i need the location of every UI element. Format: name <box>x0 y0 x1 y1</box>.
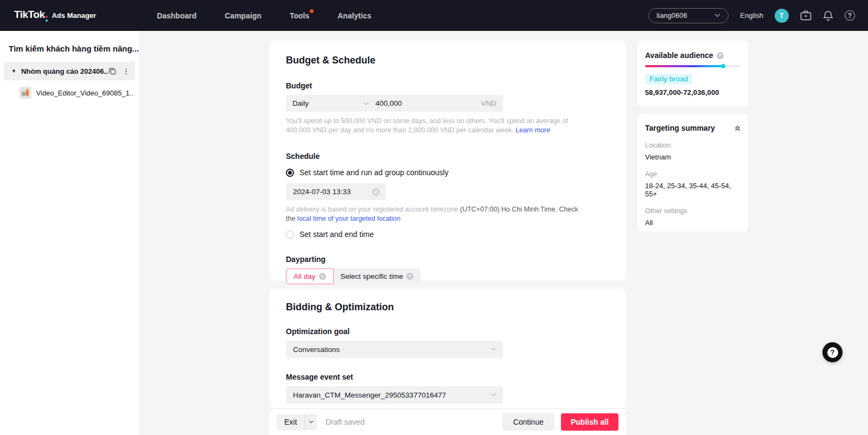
budget-helper-text: You'll spend up to 500,000 VND on some d… <box>286 117 590 135</box>
audience-meter-fill <box>645 65 723 67</box>
notifications-bell-icon[interactable] <box>823 10 833 21</box>
tz-helper-dark: (UTC+07:00) Ho Chi Minh Time. <box>460 206 557 213</box>
radio-continuous[interactable]: Set start time and run ad group continuo… <box>286 168 609 177</box>
question-icon[interactable]: ? <box>717 52 724 59</box>
main-nav: Dashboard Campaign Tools Analytics <box>157 11 371 20</box>
left-sidebar: Tìm kiếm khách hàng tiềm năng... ▼ Nhóm … <box>0 31 139 435</box>
help-fab-button[interactable]: ? <box>822 342 843 362</box>
tab-specific-label: Select specific time <box>341 272 404 280</box>
business-center-icon[interactable] <box>800 10 812 21</box>
draft-status: Draft saved <box>326 418 502 426</box>
question-icon: ? <box>319 273 326 280</box>
message-event-set-value: Haravan_CTM_Messenger_295053377016477 <box>293 391 446 399</box>
optimization-goal-value: Conversations <box>293 346 340 354</box>
nav-dashboard[interactable]: Dashboard <box>157 11 196 20</box>
account-name: liang0606 <box>656 11 687 20</box>
radio-start-end-label: Set start and end time <box>299 230 374 239</box>
learn-more-link[interactable]: Learn more <box>515 126 550 134</box>
top-navbar: TikTok Ads Manager Dashboard Campaign To… <box>0 0 868 31</box>
audience-size-badge: Fairly broad <box>645 74 692 85</box>
dayparting-label: Dayparting <box>286 255 609 264</box>
avatar[interactable]: T <box>775 9 789 23</box>
tz-helper-1: Ad delivery is based on your registered … <box>286 206 460 213</box>
location-label: Location <box>645 142 741 149</box>
nav-tools[interactable]: Tools <box>290 11 309 20</box>
exit-split-button: Exit <box>277 414 317 430</box>
message-event-set-label: Message event set <box>286 373 609 381</box>
audience-range: 58,937,000-72,036,000 <box>645 88 741 97</box>
collapse-icon[interactable] <box>735 125 741 131</box>
radio-continuous-label: Set start time and run ad group continuo… <box>299 168 449 177</box>
notification-dot <box>310 9 314 13</box>
budget-schedule-card: Budget & Schedule Budget Daily 400,000 V… <box>270 41 626 280</box>
dayparting-tabs: All day ? Select specific time ? <box>286 268 609 284</box>
sidebar-item-ad[interactable]: Video_Editor_Video_69085_1... <box>0 80 139 105</box>
logo-brand: TikTok <box>14 9 44 21</box>
optimization-goal-label: Optimization goal <box>286 327 609 336</box>
other-settings-value: All <box>645 219 741 227</box>
question-icon: ? <box>406 273 413 280</box>
main-content: Budget & Schedule Budget Daily 400,000 V… <box>270 31 626 435</box>
sidebar-item-adgroup[interactable]: ▼ Nhóm quảng cáo 202406... ⋮ <box>4 62 135 80</box>
campaign-title: Tìm kiếm khách hàng tiềm năng... <box>0 31 139 62</box>
budget-type-select[interactable]: Daily <box>286 99 375 107</box>
continue-button[interactable]: Continue <box>502 413 554 431</box>
bidding-optimization-card: Bidding & Optimization Optimization goal… <box>270 289 626 408</box>
audience-meter-marker <box>721 64 725 68</box>
age-value: 18-24, 25-34, 35-44, 45-54, 55+ <box>645 182 741 198</box>
chevron-down-icon <box>363 102 369 105</box>
radio-selected-icon <box>286 169 294 177</box>
schedule-label: Schedule <box>286 152 609 161</box>
ad-name: Video_Editor_Video_69085_1... <box>36 89 133 97</box>
budget-amount-input[interactable]: 400,000 <box>375 99 481 107</box>
radio-start-end[interactable]: Set start and end time <box>286 230 609 239</box>
clock-icon <box>372 188 380 196</box>
chevron-down-icon <box>491 393 496 396</box>
budget-label: Budget <box>286 81 609 90</box>
tab-all-day-label: All day <box>293 272 316 280</box>
available-audience-title: Available audience <box>645 51 713 60</box>
budget-input-group: Daily 400,000 VND <box>286 95 503 112</box>
tiktok-logo[interactable]: TikTok Ads Manager <box>14 9 96 23</box>
audience-meter <box>645 65 741 67</box>
language-selector[interactable]: English <box>740 11 763 20</box>
ad-thumbnail <box>20 87 31 99</box>
available-audience-card: Available audience ? Fairly broad 58,937… <box>637 41 748 107</box>
more-options-icon[interactable]: ⋮ <box>123 67 130 75</box>
targeting-summary-card: Targeting summary Location Vietnam Age 1… <box>637 114 748 232</box>
exit-button[interactable]: Exit <box>277 414 305 430</box>
caret-down-icon[interactable]: ▼ <box>11 68 16 74</box>
start-time-input[interactable]: 2024-07-03 13:33 <box>286 183 386 200</box>
chevron-down-icon <box>714 14 720 17</box>
budget-type-value: Daily <box>292 99 309 107</box>
timezone-helper-text: Ad delivery is based on your registered … <box>286 205 583 223</box>
logo-product: Ads Manager <box>52 11 96 20</box>
chevron-down-icon <box>491 348 496 351</box>
chevron-down-icon <box>309 420 314 424</box>
logo-colon-icon <box>46 16 48 22</box>
targeting-summary-title: Targeting summary <box>645 124 715 132</box>
help-icon[interactable]: ? <box>845 10 855 21</box>
question-icon: ? <box>827 347 838 358</box>
budget-schedule-title: Budget & Schedule <box>286 55 609 66</box>
budget-currency: VND <box>481 99 503 107</box>
account-selector[interactable]: liang0606 <box>648 8 729 23</box>
adgroup-name: Nhóm quảng cáo 202406... <box>21 67 108 75</box>
radio-unselected-icon <box>286 231 294 239</box>
optimization-goal-select[interactable]: Conversations <box>286 341 503 358</box>
copy-icon[interactable] <box>108 67 116 75</box>
local-time-link[interactable]: local time of your targeted location <box>297 215 400 222</box>
nav-analytics[interactable]: Analytics <box>337 11 371 20</box>
nav-tools-label: Tools <box>290 11 309 20</box>
exit-dropdown-button[interactable] <box>305 414 317 430</box>
bidding-title: Bidding & Optimization <box>286 302 609 313</box>
nav-campaign[interactable]: Campaign <box>225 11 261 20</box>
start-time-value: 2024-07-03 13:33 <box>293 188 351 196</box>
location-value: Vietnam <box>645 153 741 161</box>
tab-select-specific-time[interactable]: Select specific time ? <box>334 268 421 284</box>
message-event-set-select[interactable]: Haravan_CTM_Messenger_295053377016477 <box>286 386 503 404</box>
publish-all-button[interactable]: Publish all <box>561 413 618 431</box>
age-label: Age <box>645 170 741 178</box>
tab-all-day[interactable]: All day ? <box>286 268 334 284</box>
other-settings-label: Other settings <box>645 207 741 215</box>
